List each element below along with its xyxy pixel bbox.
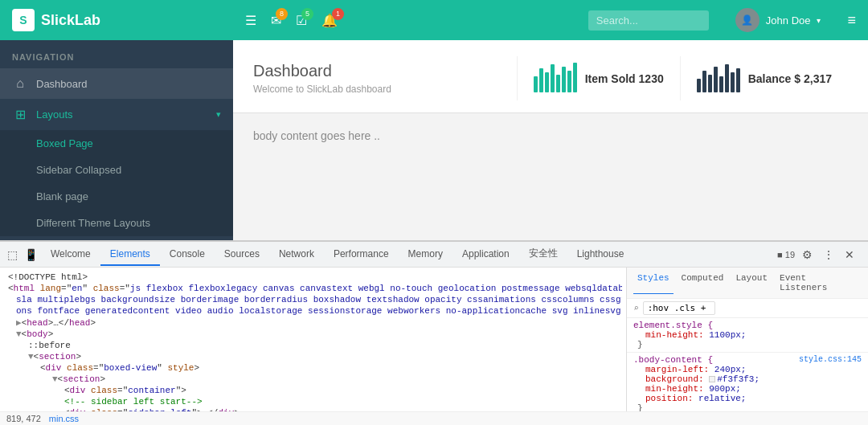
search-input[interactable] [588, 10, 709, 31]
css-selector-element-style: element.style { [633, 321, 862, 330]
list-icon-btn[interactable]: ☰ [245, 13, 256, 28]
envelope-icon-btn[interactable]: ✉ 8 [271, 13, 281, 28]
tasks-badge: 5 [301, 8, 313, 20]
stat-chart-2 [697, 64, 740, 92]
stat-value-2: Balance $ 2,317 [748, 72, 832, 85]
devtools-panel: ⬚ 📱 Welcome Elements Console Sources Net… [0, 240, 868, 425]
code-section2: ▼<section> [4, 374, 622, 385]
tab-network[interactable]: Network [269, 243, 324, 266]
sidebar-item-label: Layouts [36, 108, 208, 121]
devtools-right-tabs: Styles Computed Layout Event Listeners [627, 268, 868, 299]
stat-card-1: Item Sold 1230 [517, 56, 680, 100]
devtools-bottom-bar: 819, 472 min.css [0, 411, 868, 425]
bell-badge: 1 [332, 8, 344, 20]
sidebar-item-layouts[interactable]: ⊞ Layouts ▾ [0, 99, 233, 130]
code-head: ▶<head>…</head> [4, 317, 622, 329]
chevron-down-icon: ▾ [216, 109, 221, 120]
filter-input[interactable] [643, 301, 715, 315]
stat-chart-1 [534, 64, 577, 92]
tab-welcome[interactable]: Welcome [41, 243, 100, 266]
list-icon: ☰ [245, 14, 256, 27]
code-html-class-cont: sla multiplebgs backgroundsize borderima… [4, 294, 622, 305]
devtools-close-icon[interactable]: ✕ [841, 247, 858, 263]
home-icon: ⌂ [12, 76, 28, 91]
bell-icon-btn[interactable]: 🔔 1 [321, 13, 338, 28]
avatar: 👤 [735, 8, 760, 32]
file-link[interactable]: min.css [49, 414, 79, 423]
devtools-dots-icon[interactable]: ⋮ [820, 247, 837, 263]
topbar: S SlickLab ☰ ✉ 8 ☑ 5 🔔 1 👤 John Doe ▾ ≡ [0, 0, 868, 40]
tab-console[interactable]: Console [160, 243, 215, 266]
sidebar-item-sidebar-collapsed[interactable]: Sidebar Collapsed [0, 157, 233, 183]
computed-tab[interactable]: Computed [678, 272, 728, 294]
brand-logo: S [12, 9, 35, 31]
devtools-settings-icon[interactable]: ⚙ [799, 247, 816, 263]
code-container: <div class="container"> [4, 385, 622, 396]
sidebar-item-blank-page[interactable]: Blank page [0, 183, 233, 210]
code-comment-sidebar-start: <!-- sidebar left start--> [4, 396, 622, 407]
devtools-issue-count: ■ 19 [777, 250, 795, 259]
devtools-styles-panel: Styles Computed Layout Event Listeners ⌕… [627, 268, 868, 411]
styles-filter: ⌕ [627, 299, 868, 318]
layouts-icon: ⊞ [12, 107, 28, 122]
tab-elements[interactable]: Elements [100, 243, 160, 266]
tab-application[interactable]: Application [452, 243, 519, 266]
css-selector-body-content: .body-content { [633, 355, 713, 365]
page-body: body content goes here .. [233, 113, 868, 240]
user-menu[interactable]: 👤 John Doe ▾ [735, 8, 821, 32]
sidebar-item-label: Dashboard [36, 78, 221, 90]
tasks-icon-btn[interactable]: ☑ 5 [296, 13, 307, 28]
code-doctype: <!DOCTYPE html> [4, 272, 622, 283]
cursor-position: 819, 472 [6, 414, 41, 423]
tab-security[interactable]: 安全性 [519, 242, 567, 267]
sidebar-item-dashboard[interactable]: ⌂ Dashboard [0, 68, 233, 99]
code-before: ::before [4, 340, 622, 351]
topbar-icons: ☰ ✉ 8 ☑ 5 🔔 1 👤 John Doe ▾ ≡ [245, 8, 856, 32]
event-listeners-tab[interactable]: Event Listeners [776, 272, 862, 294]
sidebar-item-boxed-page[interactable]: Boxed Page [0, 130, 233, 157]
devtools-tabs: ⬚ 📱 Welcome Elements Console Sources Net… [0, 242, 868, 268]
envelope-badge: 8 [276, 8, 288, 20]
user-dropdown-icon: ▾ [817, 16, 821, 25]
code-boxed-view: <div class="boxed-view" style> [4, 362, 622, 374]
stat-card-2: Balance $ 2,317 [680, 56, 848, 100]
page-title: Dashboard [253, 62, 391, 80]
tab-lighthouse[interactable]: Lighthouse [567, 243, 634, 266]
brand-name: SlickLab [41, 12, 100, 29]
css-body-content: .body-content { style.css:145 margin-lef… [627, 353, 868, 411]
sidebar: NAVIGATION ⌂ Dashboard ⊞ Layouts ▾ Boxed… [0, 40, 233, 240]
topbar-hamburger-icon[interactable]: ≡ [847, 12, 856, 29]
page-header: Dashboard Welcome to SlickLab dashboard [233, 40, 868, 113]
stat-value-1: Item Sold 1230 [585, 72, 664, 85]
devtools-body: <!DOCTYPE html> <html lang="en" class="j… [0, 268, 868, 411]
sidebar-item-different-theme[interactable]: Different Theme Layouts [0, 210, 233, 236]
page-subtitle: Welcome to SlickLab dashboard [253, 84, 391, 95]
css-prop-min-height: min-height: 1100px; [645, 330, 862, 340]
tab-sources[interactable]: Sources [215, 243, 269, 266]
css-position: position: relative; [645, 394, 862, 403]
css-min-height2: min-height: 900px; [645, 384, 862, 394]
css-element-style: element.style { min-height: 1100px; } [627, 318, 868, 353]
devtools-tabs-left: ⬚ 📱 Welcome Elements Console Sources Net… [4, 242, 633, 267]
code-body-open: ▼<body> [4, 329, 622, 340]
user-name: John Doe [766, 14, 811, 27]
code-html-class-cont2: ons fontface generatedcontent video audi… [4, 305, 622, 317]
devtools-tab-icons: ■ 19 ⚙ ⋮ ✕ [777, 247, 864, 263]
layout-tab[interactable]: Layout [731, 272, 772, 294]
tab-memory[interactable]: Memory [399, 243, 452, 266]
code-html-open: <html lang="en" class="js flexbox flexbo… [4, 283, 622, 294]
devtools-device-icon[interactable]: 📱 [21, 247, 41, 263]
css-source-link[interactable]: style.css:145 [799, 355, 862, 365]
css-background: background: #f3f3f3; [645, 374, 862, 384]
body-content-text: body content goes here .. [253, 129, 848, 142]
styles-tab[interactable]: Styles [633, 272, 674, 294]
tab-performance[interactable]: Performance [324, 243, 399, 266]
main-wrapper: NAVIGATION ⌂ Dashboard ⊞ Layouts ▾ Boxed… [0, 40, 868, 240]
devtools-inspect-icon[interactable]: ⬚ [4, 247, 21, 263]
devtools-html-panel[interactable]: <!DOCTYPE html> <html lang="en" class="j… [0, 268, 627, 411]
sidebar-sub-layouts: Boxed Page Sidebar Collapsed Blank page … [0, 130, 233, 236]
css-margin-left: margin-left: 240px; [645, 365, 862, 374]
content-area: Dashboard Welcome to SlickLab dashboard [233, 40, 868, 240]
brand: S SlickLab [12, 9, 245, 31]
code-section: ▼<section> [4, 351, 622, 362]
